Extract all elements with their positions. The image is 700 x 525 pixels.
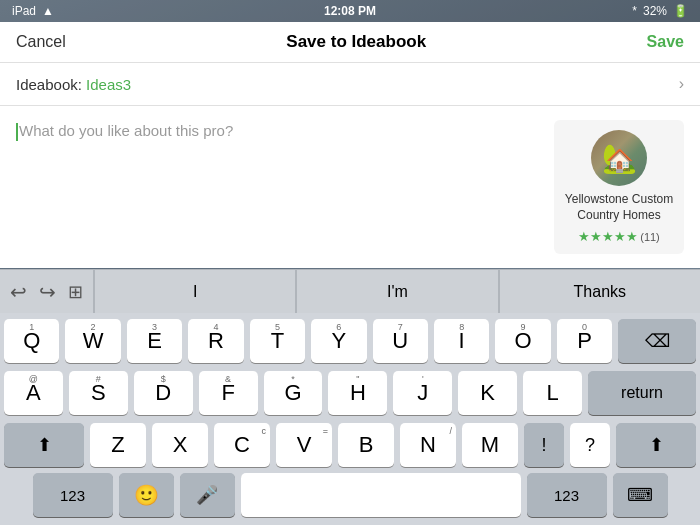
key-p[interactable]: 0P [557,319,612,363]
mic-key[interactable]: 🎤 [180,473,235,517]
battery-label: 32% [643,4,667,18]
battery-icon: 🔋 [673,4,688,18]
keyboard-dismiss-key[interactable]: ⌨ [613,473,668,517]
key-a[interactable]: @A [4,371,63,415]
key-n[interactable]: /N [400,423,456,467]
key-v[interactable]: =V [276,423,332,467]
ideabook-label: Ideabook: Ideas3 [16,76,131,93]
key-w[interactable]: 2W [65,319,120,363]
bluetooth-icon: * [632,4,637,18]
key-d[interactable]: $D [134,371,193,415]
suggestion-im[interactable]: I'm [296,270,498,313]
key-row-1: 1Q 2W 3E 4R 5T 6Y 7U 8I 9O 0P ⌫ [4,319,696,363]
redo-button[interactable]: ↪ [39,280,56,304]
chevron-right-icon: › [679,75,684,93]
key-j[interactable]: 'J [393,371,452,415]
pro-avatar: 🏡 [591,130,647,186]
key-c[interactable]: cC [214,423,270,467]
key-row-4: 123 🙂 🎤 123 ⌨ [4,473,696,517]
page-wrapper: iPad ▲ 12:08 PM * 32% 🔋 Cancel Save to I… [0,0,700,525]
backspace-key[interactable]: ⌫ [618,319,696,363]
keys-area: 1Q 2W 3E 4R 5T 6Y 7U 8I 9O 0P ⌫ @A #S $D… [0,313,700,469]
key-y[interactable]: 6Y [311,319,366,363]
content-area: What do you like about this pro? 🏡 Yello… [0,106,700,268]
status-right: * 32% 🔋 [632,4,688,18]
key-row-3: ⬆ Z X cC =V B /N M ! ? ⬆ [4,423,696,467]
status-time: 12:08 PM [324,4,376,18]
pro-name: Yellowstone Custom Country Homes [564,192,674,223]
pro-card: 🏡 Yellowstone Custom Country Homes ★★★★★… [554,120,684,254]
status-left: iPad ▲ [12,4,54,18]
key-g[interactable]: *G [264,371,323,415]
suggestion-i[interactable]: I [94,270,296,313]
cancel-button[interactable]: Cancel [16,33,66,51]
dialog-title: Save to Ideabook [286,32,426,52]
key-u[interactable]: 7U [373,319,428,363]
shift-left-key[interactable]: ⬆ [4,423,84,467]
key-i[interactable]: 8I [434,319,489,363]
exclamation-key[interactable]: ! [524,423,564,467]
suggestion-thanks[interactable]: Thanks [499,270,700,313]
suggestions-row: ↩ ↪ ⊞ I I'm Thanks [0,269,700,313]
ideabook-value: Ideas3 [86,76,131,93]
star-icon: ★★★★★ [578,229,638,244]
bottom-row: 123 🙂 🎤 123 ⌨ [0,469,700,525]
key-h[interactable]: "H [328,371,387,415]
ipad-label: iPad [12,4,36,18]
key-q[interactable]: 1Q [4,319,59,363]
key-m[interactable]: M [462,423,518,467]
numbers-left-key[interactable]: 123 [33,473,113,517]
key-l[interactable]: L [523,371,582,415]
key-z[interactable]: Z [90,423,146,467]
review-count: (11) [640,231,660,243]
placeholder-text: What do you like about this pro? [19,122,233,139]
key-row-2: @A #S $D &F *G "H 'J K L return [4,371,696,415]
return-key[interactable]: return [588,371,696,415]
key-b[interactable]: B [338,423,394,467]
emoji-key[interactable]: 🙂 [119,473,174,517]
pro-rating: ★★★★★ (11) [578,229,660,244]
keyboard: ↩ ↪ ⊞ I I'm Thanks 1Q 2W 3E 4R 5T 6Y 7U … [0,269,700,525]
key-s[interactable]: #S [69,371,128,415]
key-t[interactable]: 5T [250,319,305,363]
save-button[interactable]: Save [647,33,684,51]
key-r[interactable]: 4R [188,319,243,363]
undo-button[interactable]: ↩ [10,280,27,304]
text-cursor [16,123,18,141]
modal: Cancel Save to Ideabook Save Ideabook: I… [0,22,700,268]
wifi-icon: ▲ [42,4,54,18]
pro-note-input[interactable]: What do you like about this pro? [16,120,554,254]
question-key[interactable]: ? [570,423,610,467]
numbers-right-key[interactable]: 123 [527,473,607,517]
key-k[interactable]: K [458,371,517,415]
key-o[interactable]: 9O [495,319,550,363]
ideabook-row[interactable]: Ideabook: Ideas3 › [0,63,700,106]
key-f[interactable]: &F [199,371,258,415]
space-key[interactable] [241,473,521,517]
undo-redo-area: ↩ ↪ ⊞ [0,270,94,313]
key-e[interactable]: 3E [127,319,182,363]
nav-bar: Cancel Save to Ideabook Save [0,22,700,63]
shift-right-key[interactable]: ⬆ [616,423,696,467]
status-bar: iPad ▲ 12:08 PM * 32% 🔋 [0,0,700,22]
key-x[interactable]: X [152,423,208,467]
paste-button[interactable]: ⊞ [68,281,83,303]
